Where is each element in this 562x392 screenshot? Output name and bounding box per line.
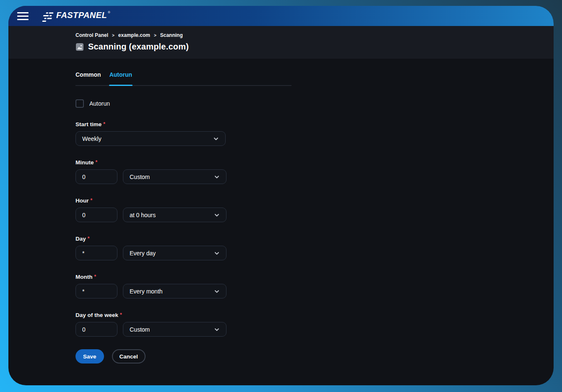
minute-mode-select[interactable]: Custom xyxy=(123,169,226,184)
required-asterisk: * xyxy=(88,236,90,241)
field-group-day: Day* Every day xyxy=(75,236,554,260)
field-label-text: Day of the week xyxy=(75,312,118,318)
main-content: Common Autorun Autorun Start time* Weekl… xyxy=(8,71,554,363)
breadcrumb-separator-icon: > xyxy=(112,33,114,38)
top-bar: FASTPANEL ® xyxy=(8,6,554,26)
registered-trademark-mark: ® xyxy=(108,10,110,15)
active-tab-indicator xyxy=(109,85,133,86)
page-header-section: Control Panel > example.com > Scanning S… xyxy=(8,26,554,59)
chevron-down-icon xyxy=(213,135,219,142)
breadcrumb-item-example-com[interactable]: example.com xyxy=(118,32,150,38)
field-label: Start time* xyxy=(75,121,554,128)
day-of-week-input[interactable] xyxy=(75,322,117,337)
month-mode-select[interactable]: Every month xyxy=(123,284,226,299)
tab-autorun-label: Autorun xyxy=(109,71,132,78)
day-of-week-mode-select[interactable]: Custom xyxy=(123,322,226,337)
autorun-checkbox-label[interactable]: Autorun xyxy=(89,100,110,107)
field-label: Minute* xyxy=(75,159,554,166)
breadcrumb: Control Panel > example.com > Scanning xyxy=(75,32,554,38)
select-value: Weekly xyxy=(82,135,101,142)
field-label: Day of the week* xyxy=(75,312,554,319)
field-label: Day* xyxy=(75,236,554,243)
autorun-checkbox-row: Autorun xyxy=(75,99,554,108)
field-label: Month* xyxy=(75,274,554,281)
brand-name: FASTPANEL xyxy=(56,10,107,21)
tab-autorun[interactable]: Autorun xyxy=(109,71,132,85)
required-asterisk: * xyxy=(94,274,96,280)
field-group-start-time: Start time* Weekly xyxy=(75,121,554,146)
start-time-select[interactable]: Weekly xyxy=(75,131,226,146)
field-group-minute: Minute* Custom xyxy=(75,159,554,184)
field-label-text: Start time xyxy=(75,121,101,127)
page-title: Scanning (example.com) xyxy=(88,42,189,52)
day-input[interactable] xyxy=(75,246,117,260)
required-asterisk: * xyxy=(96,159,98,165)
chevron-down-icon xyxy=(213,174,220,180)
minute-input[interactable] xyxy=(75,169,117,184)
hamburger-icon xyxy=(17,12,29,13)
hour-input[interactable] xyxy=(75,208,117,222)
tab-bar: Common Autorun xyxy=(75,71,291,86)
select-value: at 0 hours xyxy=(130,212,156,218)
breadcrumb-item-scanning: Scanning xyxy=(160,32,183,38)
cancel-button[interactable]: Cancel xyxy=(112,349,146,363)
chevron-down-icon xyxy=(213,288,220,295)
chevron-down-icon xyxy=(213,212,220,218)
save-button[interactable]: Save xyxy=(75,349,104,363)
field-label-text: Hour xyxy=(75,197,89,204)
required-asterisk: * xyxy=(120,312,122,318)
autorun-checkbox[interactable] xyxy=(75,99,84,108)
form-actions: Save Cancel xyxy=(75,349,554,363)
image-icon xyxy=(75,43,84,51)
chevron-down-icon xyxy=(213,326,220,333)
select-value: Custom xyxy=(130,326,150,333)
day-mode-select[interactable]: Every day xyxy=(123,246,226,260)
breadcrumb-separator-icon: > xyxy=(154,33,156,38)
fastpanel-logo-icon xyxy=(42,11,53,22)
hamburger-icon xyxy=(17,19,29,20)
field-label-text: Day xyxy=(75,236,86,242)
select-value: Every day xyxy=(130,250,156,257)
breadcrumb-item-control-panel[interactable]: Control Panel xyxy=(75,32,108,38)
app-window: FASTPANEL ® Control Panel > example.com … xyxy=(8,6,554,385)
brand-logo[interactable]: FASTPANEL ® xyxy=(42,10,110,22)
field-label-text: Month xyxy=(75,274,92,280)
field-label: Hour* xyxy=(75,197,554,205)
field-group-month: Month* Every month xyxy=(75,274,554,299)
hour-mode-select[interactable]: at 0 hours xyxy=(123,208,226,222)
field-label-text: Minute xyxy=(75,159,94,166)
hamburger-menu-button[interactable] xyxy=(13,8,32,24)
field-group-hour: Hour* at 0 hours xyxy=(75,197,554,222)
hamburger-icon xyxy=(17,16,29,17)
required-asterisk: * xyxy=(103,121,105,127)
tab-common[interactable]: Common xyxy=(75,71,101,85)
select-value: Every month xyxy=(130,288,163,295)
month-input[interactable] xyxy=(75,284,117,299)
select-value: Custom xyxy=(130,174,150,180)
chevron-down-icon xyxy=(213,250,220,257)
required-asterisk: * xyxy=(91,197,93,203)
field-group-day-of-week: Day of the week* Custom xyxy=(75,312,554,337)
